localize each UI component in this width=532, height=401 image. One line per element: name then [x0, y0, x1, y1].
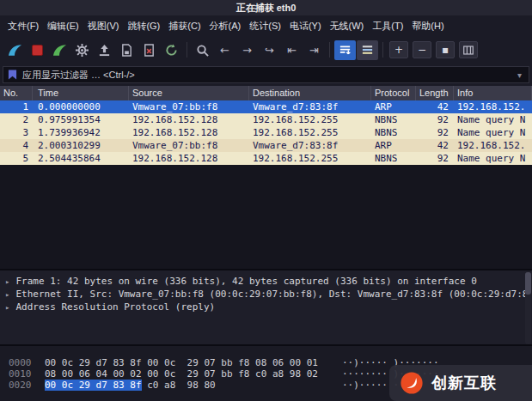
menu-help[interactable]: 帮助(H) — [407, 17, 448, 35]
start-capture-button[interactable] — [4, 40, 26, 60]
toolbar-separator — [382, 42, 383, 58]
menu-view[interactable]: 视图(V) — [83, 17, 124, 35]
packet-length: 42 — [416, 139, 454, 152]
detail-line-arp[interactable]: ▸Address Resolution Protocol (reply) — [5, 301, 527, 313]
packet-no: 2 — [0, 113, 33, 126]
expander-icon[interactable]: ▸ — [5, 290, 9, 299]
zoom-in-button[interactable]: + — [389, 41, 408, 58]
packet-no: 1 — [0, 100, 33, 113]
restart-fin-icon — [52, 44, 67, 57]
main-toolbar: ← → ↪ ⇤ ⇥ + − ▪ — [0, 36, 532, 64]
column-no[interactable]: No. — [0, 86, 33, 100]
packet-destination: 192.168.152.255 — [249, 152, 371, 165]
details-scrollbar[interactable] — [525, 272, 531, 344]
capture-options-button[interactable] — [71, 40, 93, 60]
packet-time: 0.975991354 — [33, 113, 129, 126]
colorize-icon — [361, 44, 374, 57]
first-packet-button[interactable]: ⇤ — [281, 40, 303, 60]
zoom-out-button[interactable]: − — [413, 41, 431, 58]
go-back-button[interactable]: ← — [214, 40, 235, 60]
menu-telephony[interactable]: 电话(Y) — [285, 17, 326, 35]
column-length[interactable]: Length — [416, 86, 454, 100]
packet-info: Name query N — [454, 152, 532, 165]
hex-bytes[interactable]: 00 0c 29 d7 83 8f c0 a8 98 80 — [45, 380, 216, 391]
menu-tools[interactable]: 工具(T) — [368, 17, 407, 35]
menu-statistics[interactable]: 统计(S) — [245, 17, 285, 35]
packet-source: Vmware_07:bb:f8 — [129, 100, 249, 113]
packet-row[interactable]: 3 1.739936942 192.168.152.128 192.168.15… — [0, 126, 532, 139]
close-file-button[interactable] — [138, 40, 160, 60]
expander-icon[interactable]: ▸ — [5, 277, 9, 286]
toolbar-separator — [329, 42, 330, 58]
save-file-button[interactable] — [116, 40, 138, 60]
packet-length: 42 — [416, 100, 454, 113]
detail-text: Frame 1: 42 bytes on wire (336 bits), 42… — [15, 276, 476, 287]
resize-columns-button[interactable] — [459, 41, 478, 58]
toolbar-separator — [187, 42, 187, 58]
packet-info: Name query N — [454, 126, 532, 139]
packet-destination: Vmware_d7:83:8f — [249, 100, 371, 113]
column-source[interactable]: Source — [129, 86, 249, 100]
packet-protocol: ARP — [371, 139, 416, 152]
last-packet-button[interactable]: ⇥ — [303, 40, 325, 60]
open-file-button[interactable] — [94, 40, 115, 60]
packet-protocol: NBNS — [371, 152, 416, 165]
menu-wireless[interactable]: 无线(W) — [326, 17, 369, 35]
hex-selected-bytes[interactable]: 00 0c 29 d7 83 8f — [45, 380, 142, 391]
packet-no: 3 — [0, 126, 33, 139]
display-filter-input[interactable]: 应用显示过滤器 … <Ctrl-/> ▾ — [3, 66, 529, 83]
detail-line-frame[interactable]: ▸Frame 1: 42 bytes on wire (336 bits), 4… — [5, 275, 527, 288]
column-time[interactable]: Time — [33, 86, 129, 100]
go-to-packet-button[interactable]: ↪ — [259, 40, 280, 60]
window-titlebar[interactable]: 正在捕获 eth0 — [0, 0, 532, 15]
menu-analyze[interactable]: 分析(A) — [205, 17, 246, 35]
normal-size-button[interactable]: ▪ — [436, 41, 455, 58]
go-forward-button[interactable]: → — [236, 40, 258, 60]
auto-scroll-icon — [339, 44, 352, 57]
menu-edit[interactable]: 编辑(E) — [43, 17, 83, 35]
hex-offset: 0000 — [9, 357, 32, 368]
auto-scroll-button[interactable] — [334, 40, 356, 60]
expander-icon[interactable]: ▸ — [5, 303, 9, 312]
arrow-right-icon: → — [242, 44, 252, 57]
menu-bar: 文件(F) 编辑(E) 视图(V) 跳转(G) 捕获(C) 分析(A) 统计(S… — [0, 15, 532, 36]
open-icon — [98, 44, 111, 57]
packet-source: Vmware_07:bb:f8 — [129, 139, 249, 152]
packet-no: 5 — [0, 152, 33, 165]
restart-capture-button[interactable] — [49, 40, 70, 60]
hex-bytes[interactable]: 00 0c 29 d7 83 8f 00 0c 29 07 bb f8 08 0… — [45, 357, 318, 368]
reload-button[interactable] — [161, 40, 182, 60]
column-protocol[interactable]: Protocol — [371, 86, 416, 100]
hex-bytes[interactable]: 08 00 06 04 00 02 00 0c 29 07 bb f8 c0 a… — [45, 368, 318, 380]
colorize-button[interactable] — [357, 40, 378, 60]
packet-row[interactable]: 5 2.504435864 192.168.152.128 192.168.15… — [0, 152, 532, 165]
chevron-down-icon[interactable]: ▾ — [515, 70, 524, 80]
packet-no: 4 — [0, 139, 33, 152]
menu-go[interactable]: 跳转(G) — [123, 17, 164, 35]
packet-info: Name query N — [454, 113, 532, 126]
column-info[interactable]: Info — [454, 86, 532, 100]
packet-info: 192.168.152. — [454, 100, 532, 113]
gear-icon — [76, 44, 89, 57]
find-packet-button[interactable] — [192, 40, 213, 60]
shark-fin-icon — [8, 44, 22, 57]
stop-capture-button[interactable] — [27, 40, 48, 60]
scrollbar-thumb[interactable] — [525, 272, 531, 295]
bookmark-icon[interactable] — [8, 69, 17, 81]
packet-row[interactable]: 1 0.000000000 Vmware_07:bb:f8 Vmware_d7:… — [0, 100, 532, 113]
normal-size-icon: ▪ — [442, 44, 449, 56]
watermark-logo-icon — [400, 371, 424, 395]
packet-length: 92 — [416, 126, 454, 139]
packet-time: 2.000310299 — [33, 139, 129, 152]
column-destination[interactable]: Destination — [249, 86, 371, 100]
watermark-text: 创新互联 — [431, 373, 497, 393]
menu-capture[interactable]: 捕获(C) — [164, 17, 205, 35]
detail-line-ethernet[interactable]: ▸Ethernet II, Src: Vmware_07:bb:f8 (00:0… — [5, 288, 527, 301]
filter-placeholder: 应用显示过滤器 … <Ctrl-/> — [22, 69, 515, 82]
packet-row[interactable]: 4 2.000310299 Vmware_07:bb:f8 Vmware_d7:… — [0, 139, 532, 152]
packet-time: 2.504435864 — [33, 152, 129, 165]
menu-file[interactable]: 文件(F) — [3, 17, 43, 35]
packet-time: 0.000000000 — [33, 100, 129, 113]
packet-destination: 192.168.152.255 — [249, 113, 371, 126]
packet-row[interactable]: 2 0.975991354 192.168.152.128 192.168.15… — [0, 113, 532, 126]
